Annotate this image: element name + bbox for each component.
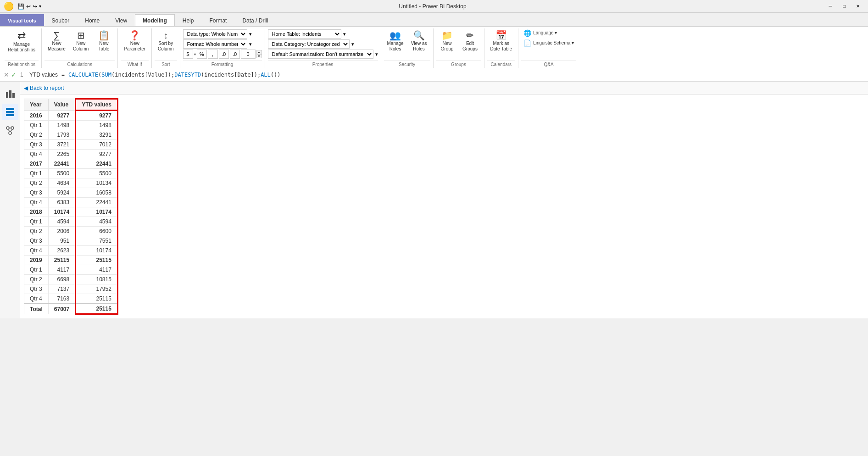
quick-access-redo[interactable]: ↪ — [33, 3, 37, 10]
table-row: Qtr 422659277 — [24, 150, 118, 159]
manage-relationships-label: ManageRelationships — [8, 42, 35, 53]
decimal-increase-button[interactable]: .0 — [219, 50, 229, 59]
new-measure-icon: ∑ — [53, 31, 60, 40]
decimal-down-button[interactable]: ▼ — [256, 54, 262, 58]
tab-modeling[interactable]: Modeling — [135, 14, 175, 26]
new-group-icon: 📁 — [441, 31, 453, 40]
tab-soubor[interactable]: Soubor — [44, 14, 78, 26]
svg-rect-0 — [6, 92, 8, 98]
cell-year: Qtr 1 — [24, 169, 49, 178]
formula-equals-sign: = — [61, 72, 65, 78]
table-row: 20181017410174 — [24, 207, 118, 217]
new-table-button[interactable]: 📋 NewTable — [93, 28, 115, 54]
tab-visual-tools[interactable]: Visual tools — [0, 14, 44, 26]
decimal-value-input[interactable] — [241, 50, 256, 59]
svg-rect-4 — [6, 111, 14, 113]
cell-year: Qtr 1 — [24, 217, 49, 227]
decimal-decrease-button[interactable]: .0 — [230, 50, 240, 59]
home-table-select[interactable]: Home Table: incidents — [268, 29, 341, 39]
cell-year: Qtr 4 — [24, 294, 49, 304]
quick-access-save[interactable]: 💾 — [17, 3, 24, 10]
new-group-button[interactable]: 📁 NewGroup — [436, 28, 458, 54]
formula-cancel-button[interactable]: ✕ — [4, 71, 9, 78]
close-button[interactable]: ✕ — [851, 2, 864, 11]
formula-confirm-button[interactable]: ✓ — [11, 71, 17, 78]
back-bar: ◀ Back to report — [20, 82, 868, 95]
formula-calculate-fn: CALCULATE — [68, 72, 98, 78]
data-category-row: Data Category: Uncategorized ▾ — [268, 39, 378, 49]
properties-items: Home Table: incidents ▾ Data Category: U… — [268, 28, 378, 61]
edit-groups-button[interactable]: ✏ EditGroups — [459, 28, 481, 54]
mark-date-table-icon: 📅 — [495, 31, 507, 40]
new-measure-button[interactable]: ∑ NewMeasure — [45, 28, 69, 54]
col-header-year: Year — [24, 99, 49, 111]
tab-home[interactable]: Home — [77, 14, 107, 26]
ribbon-group-properties: Home Table: incidents ▾ Data Category: U… — [265, 28, 381, 68]
cell-year: Qtr 2 — [24, 275, 49, 284]
quick-access-undo[interactable]: ↩ — [26, 3, 31, 10]
data-type-select[interactable]: Data type: Whole Number — [183, 29, 247, 39]
new-group-label: NewGroup — [441, 41, 454, 52]
comma-button[interactable]: , — [208, 50, 218, 59]
cell-ytd: 1498 — [76, 121, 118, 130]
sidebar-model-icon[interactable] — [2, 122, 18, 139]
cell-year: 2019 — [24, 256, 49, 265]
tab-format[interactable]: Format — [201, 14, 234, 26]
manage-roles-button[interactable]: 👥 ManageRoles — [384, 28, 407, 54]
properties-group-label: Properties — [268, 61, 378, 68]
new-column-button[interactable]: ⊞ NewColumn — [70, 28, 92, 54]
tab-help[interactable]: Help — [175, 14, 202, 26]
title-bar: 🟡 💾 ↩ ↪ ▾ Untitled - Power BI Desktop ─ … — [0, 0, 868, 13]
sidebar-data-icon[interactable] — [2, 104, 18, 120]
default-summarization-select[interactable]: Default Summarization: Don't summarize — [268, 50, 373, 59]
formula-all-fn: ALL — [261, 72, 271, 78]
back-to-report-button[interactable]: ◀ Back to report — [24, 85, 64, 91]
cell-ytd: 4117 — [76, 265, 118, 275]
table-row: Qtr 114981498 — [24, 121, 118, 130]
home-table-dropdown-icon: ▾ — [343, 31, 346, 37]
mark-date-table-button[interactable]: 📅 Mark asDate Table — [487, 28, 516, 54]
cell-ytd: 25115 — [76, 294, 118, 304]
table-row: Qtr 155005500 — [24, 169, 118, 178]
table-row: 201692779277 — [24, 111, 118, 121]
sidebar-report-icon[interactable] — [2, 85, 18, 102]
manage-relationships-button[interactable]: ⇄ ManageRelationships — [5, 28, 39, 55]
cell-ytd: 7551 — [76, 236, 118, 246]
table-row: Qtr 2669810815 — [24, 275, 118, 284]
cell-year: Qtr 3 — [24, 188, 49, 198]
language-button[interactable]: 🌐 Language ▾ — [521, 28, 576, 38]
edit-groups-icon: ✏ — [466, 31, 474, 40]
decimal-up-button[interactable]: ▲ — [256, 50, 262, 54]
cell-value: 10174 — [48, 207, 75, 217]
svg-rect-3 — [6, 108, 14, 110]
cell-value: 5500 — [48, 169, 75, 178]
new-parameter-button[interactable]: ❓ NewParameter — [121, 28, 149, 54]
calendars-group-label: Calendars — [487, 61, 516, 68]
data-category-select[interactable]: Data Category: Uncategorized — [268, 39, 350, 49]
data-category-dropdown-icon: ▾ — [351, 41, 354, 47]
ribbon-tab-bar: Visual tools Soubor Home View Modeling H… — [0, 13, 868, 27]
view-as-roles-button[interactable]: 🔍 View asRoles — [408, 28, 430, 54]
tab-data-drill[interactable]: Data / Drill — [234, 14, 276, 26]
default-summarization-row: Default Summarization: Don't summarize ▾ — [268, 50, 378, 59]
maximize-button[interactable]: □ — [838, 2, 851, 11]
cell-ytd: 22441 — [76, 159, 118, 169]
security-items: 👥 ManageRoles 🔍 View asRoles — [384, 28, 430, 61]
report-view-icon — [5, 89, 15, 99]
window-controls: ─ □ ✕ — [824, 2, 864, 11]
data-area: Year Value YTD values 201692779277Qtr 11… — [20, 95, 868, 318]
currency-button[interactable]: $ — [183, 50, 193, 59]
percent-button[interactable]: % — [197, 50, 207, 59]
format-select[interactable]: Format: Whole number — [183, 39, 247, 49]
cell-ytd: 4594 — [76, 217, 118, 227]
summarization-dropdown-icon: ▾ — [375, 51, 378, 57]
table-row: Qtr 3713717952 — [24, 284, 118, 294]
linguistic-schema-button[interactable]: 📄 Linguistic Schema ▾ — [521, 39, 576, 48]
formula-paren2: (incidents[Value]); — [111, 72, 174, 78]
cell-year: Qtr 2 — [24, 227, 49, 236]
ribbon-group-security: 👥 ManageRoles 🔍 View asRoles Security — [381, 28, 434, 68]
tab-view[interactable]: View — [107, 14, 135, 26]
sort-by-column-button[interactable]: ↕ Sort byColumn — [155, 28, 177, 54]
minimize-button[interactable]: ─ — [824, 2, 837, 11]
new-measure-label: NewMeasure — [48, 41, 66, 52]
